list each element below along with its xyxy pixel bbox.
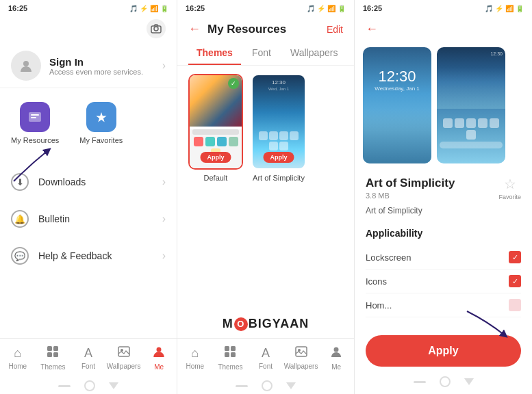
sign-in-text: Sign In Access even more services. [49, 56, 143, 76]
lock-date: Wednesday, Jan 1 [375, 86, 420, 92]
nav2-wallpapers-label: Wallpapers [284, 363, 318, 370]
applicability-title: Applicability [366, 228, 521, 239]
nav-home[interactable]: ⌂ Home [0, 342, 36, 374]
status-bar-1: 16:25 🎵 ⚡ 📶 🔋 [0, 0, 177, 16]
lockscreen-label: Lockscreen [366, 252, 411, 263]
lock-preview: 12:30 Wednesday, Jan 1 [363, 47, 431, 163]
nav-font[interactable]: A Font [71, 342, 106, 374]
theme-name-group: Art of Simplicity 3.8 MB [366, 176, 455, 200]
my-resources-icon[interactable]: My Resources [11, 102, 59, 144]
home-icon: ⌂ [14, 346, 21, 360]
theme-detail-images: 12:30 Wednesday, Jan 1 12:30 [355, 42, 532, 169]
favorite-label: Favorite [498, 194, 521, 200]
bulletin-item[interactable]: 🔔 Bulletin › [0, 200, 177, 237]
gesture-bar-2 [177, 378, 354, 394]
nav2-home[interactable]: ⌂ Home [177, 342, 213, 374]
gesture-back [109, 382, 118, 389]
edit-button[interactable]: Edit [327, 24, 343, 35]
home-item: Hom... [366, 293, 521, 317]
panel-1: 16:25 🎵 ⚡ 📶 🔋 Sign In Access even [0, 0, 177, 394]
gesture-bar-1 [0, 378, 177, 394]
my-resources-label: My Resources [11, 136, 59, 144]
gesture-home [84, 380, 95, 391]
camera-icon[interactable] [147, 19, 166, 38]
apply-button[interactable]: Apply [366, 335, 521, 367]
back-arrow-icon[interactable]: ← [188, 22, 201, 36]
time-3: 16:25 [363, 4, 382, 12]
bottom-nav-1: ⌂ Home Themes A Font [0, 338, 177, 378]
svg-rect-17 [296, 347, 307, 356]
svg-rect-8 [47, 352, 52, 357]
gesture3-home [440, 376, 451, 387]
nav2-themes[interactable]: Themes [213, 341, 249, 375]
svg-rect-4 [31, 114, 39, 116]
status-icons-2: 🎵 ⚡ 📶 🔋 [307, 5, 346, 12]
svg-rect-13 [225, 346, 229, 351]
applicability-section: Applicability Lockscreen ✓ Icons ✓ Hom..… [355, 222, 532, 323]
chevron-icon: › [162, 176, 166, 188]
bottom-nav-2: ⌂ Home Themes A Font [177, 338, 354, 378]
panel2-title: My Resources [207, 23, 320, 36]
downloads-label: Downloads [38, 176, 153, 187]
theme-aos-card[interactable]: 12:30 Wed, Jan 1 Apply Art of Simplicity [251, 74, 306, 295]
tab-wallpapers[interactable]: Wallpapers [282, 42, 346, 65]
theme-aos-preview: 12:30 Wed, Jan 1 Apply [251, 74, 306, 170]
nav2-font[interactable]: A Font [248, 342, 283, 374]
apply-badge-aos[interactable]: Apply [263, 152, 294, 163]
svg-rect-14 [231, 346, 236, 351]
nav2-wallpapers[interactable]: Wallpapers [283, 342, 319, 374]
home-label: Hom... [366, 300, 392, 311]
me-icon [153, 345, 165, 361]
theme-default-card[interactable]: ✓ Apply Default [188, 74, 243, 295]
nav2-me[interactable]: Me [318, 341, 354, 375]
theme-info: Art of Simplicity 3.8 MB ☆ Favorite Art … [355, 169, 532, 222]
home-checkbox[interactable] [509, 299, 521, 311]
back-arrow-3[interactable]: ← [366, 22, 378, 36]
gesture2-menu [236, 385, 248, 387]
status-bar-3: 16:25 🎵 ⚡ 📶 🔋 [355, 0, 532, 16]
nav-me[interactable]: Me [141, 341, 177, 375]
lock-time: 12:30 [378, 68, 416, 86]
downloads-item[interactable]: ⬇ Downloads › [0, 163, 177, 200]
me-label: Me [154, 363, 164, 371]
lockscreen-checkbox[interactable]: ✓ [509, 251, 521, 263]
apply-badge-default[interactable]: Apply [200, 152, 231, 163]
panel-2: 16:25 🎵 ⚡ 📶 🔋 ← My Resources Edit Themes… [177, 0, 355, 394]
quick-icons: My Resources My Favorites [0, 88, 177, 158]
nav-wallpapers[interactable]: Wallpapers [106, 342, 142, 374]
themes-grid: ✓ Apply Default 12:30 Wed, Jan 1 [177, 66, 354, 303]
gesture-menu [58, 385, 71, 387]
sign-in-row[interactable]: Sign In Access even more services. › [0, 44, 177, 88]
favorite-button[interactable]: ☆ Favorite [498, 176, 521, 200]
nav-themes[interactable]: Themes [36, 341, 71, 375]
my-favorites-icon[interactable]: My Favorites [79, 102, 123, 144]
panel-3: 16:25 🎵 ⚡ 📶 🔋 ← 12:30 Wednesday, Jan 1 1… [355, 0, 532, 394]
apply-button-container: Apply [355, 328, 532, 373]
themes-icon [47, 345, 59, 361]
themes-label: Themes [40, 363, 65, 371]
theme-desc: Art of Simplicity [366, 206, 521, 215]
tab-font[interactable]: Font [244, 42, 279, 65]
panel3-header: ← [355, 16, 532, 42]
tab-themes[interactable]: Themes [188, 42, 241, 65]
theme-default-preview: ✓ Apply [188, 74, 243, 170]
home-label: Home [8, 363, 27, 370]
svg-rect-15 [225, 352, 229, 357]
svg-rect-16 [231, 352, 236, 357]
downloads-icon: ⬇ [11, 173, 29, 191]
theme-size: 3.8 MB [366, 192, 455, 200]
camera-row [0, 16, 177, 44]
svg-point-0 [154, 27, 158, 31]
star-icon: ☆ [504, 176, 516, 192]
svg-point-12 [157, 347, 162, 352]
nav2-me-icon [330, 345, 342, 361]
icons-checkbox[interactable]: ✓ [509, 275, 521, 287]
nav2-me-label: Me [331, 363, 341, 371]
lockscreen-item: Lockscreen ✓ [366, 246, 521, 270]
gesture2-home [262, 380, 273, 391]
home-preview: 12:30 [437, 47, 505, 163]
help-icon: 💬 [11, 247, 29, 265]
help-feedback-item[interactable]: 💬 Help & Feedback › [0, 237, 177, 274]
my-resources-circle [20, 102, 50, 132]
chevron-icon-3: › [162, 250, 166, 262]
